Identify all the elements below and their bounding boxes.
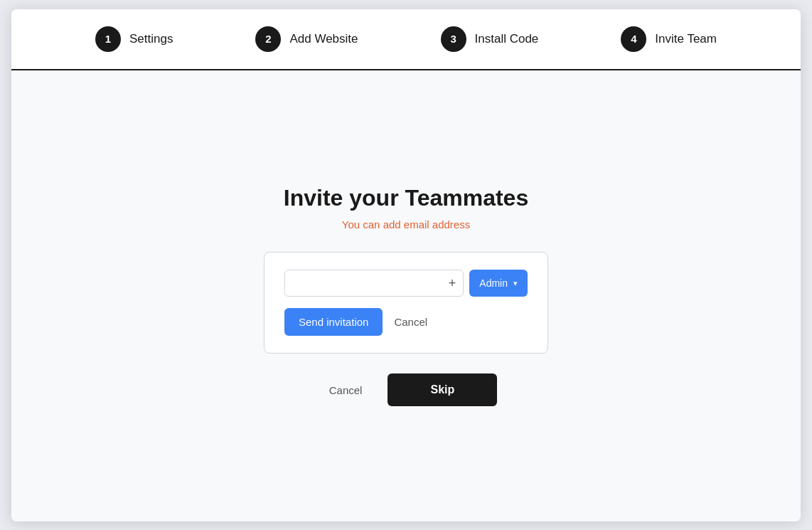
step-3-label: Install Code: [475, 32, 539, 46]
invite-card: + Admin ▾ Send invitation Cancel: [264, 252, 548, 354]
chevron-down-icon: ▾: [513, 279, 518, 288]
stepper-header: 1 Settings 2 Add Website 3 Install Code …: [11, 9, 801, 70]
email-input-wrapper[interactable]: +: [284, 270, 464, 297]
step-4-circle: 4: [621, 26, 646, 52]
step-2[interactable]: 2 Add Website: [255, 26, 358, 52]
email-input[interactable]: [292, 270, 449, 296]
send-invitation-button[interactable]: Send invitation: [284, 308, 383, 336]
step-1[interactable]: 1 Settings: [95, 26, 173, 52]
bottom-actions: Cancel Skip: [315, 373, 498, 406]
step-2-circle: 2: [255, 26, 281, 52]
main-content: Invite your Teammates You can add email …: [11, 70, 801, 521]
add-icon[interactable]: +: [449, 276, 456, 291]
step-1-label: Settings: [129, 32, 173, 46]
step-4[interactable]: 4 Invite Team: [621, 26, 717, 52]
email-row: + Admin ▾: [284, 270, 528, 297]
app-window: 1 Settings 2 Add Website 3 Install Code …: [11, 9, 801, 521]
skip-button[interactable]: Skip: [388, 373, 497, 406]
step-3[interactable]: 3 Install Code: [441, 26, 539, 52]
page-title: Invite your Teammates: [284, 185, 528, 211]
page-subtitle: You can add email address: [342, 218, 470, 230]
step-1-circle: 1: [95, 26, 121, 52]
role-dropdown[interactable]: Admin ▾: [469, 270, 528, 297]
step-2-label: Add Website: [289, 32, 358, 46]
step-4-label: Invite Team: [655, 32, 717, 46]
action-row: Send invitation Cancel: [284, 308, 528, 336]
bottom-cancel-button[interactable]: Cancel: [315, 376, 377, 405]
step-3-circle: 3: [441, 26, 466, 52]
card-cancel-button[interactable]: Cancel: [394, 316, 427, 328]
role-label: Admin: [479, 277, 508, 289]
